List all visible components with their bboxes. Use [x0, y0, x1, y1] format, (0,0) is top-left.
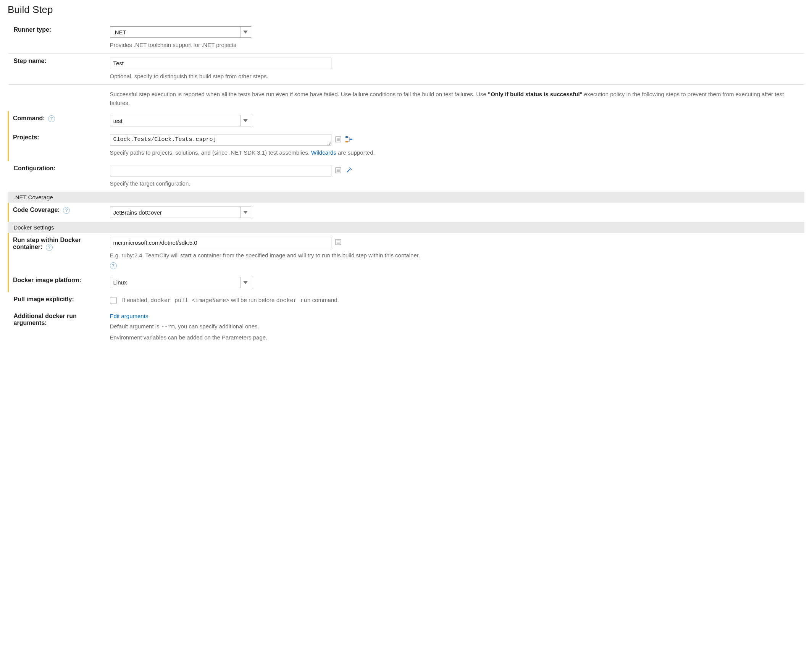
- runner-type-select[interactable]: .NET: [110, 26, 251, 38]
- command-select[interactable]: test: [110, 115, 251, 126]
- code-coverage-label: Code Coverage:: [13, 207, 60, 213]
- edit-arguments-link[interactable]: Edit arguments: [110, 313, 148, 319]
- configuration-help: Specify the target configuration.: [110, 179, 801, 188]
- docker-platform-select[interactable]: Linux: [110, 277, 251, 288]
- runner-type-help: Provides .NET toolchain support for .NET…: [110, 41, 801, 50]
- projects-label: Projects:: [8, 130, 110, 161]
- section-header-docker: Docker Settings: [8, 222, 805, 233]
- projects-help: Specify paths to projects, solutions, an…: [110, 148, 801, 157]
- pull-image-help: If enabled, docker pull <imageName> will…: [122, 297, 339, 303]
- docker-container-label-l1: Run step within Docker: [13, 237, 81, 243]
- command-label: Command:: [13, 115, 45, 121]
- svg-point-14: [350, 168, 351, 168]
- list-icon[interactable]: [334, 135, 342, 143]
- docker-args-label-l2: arguments:: [14, 320, 47, 326]
- runner-type-label: Runner type:: [8, 23, 110, 54]
- svg-point-15: [349, 167, 350, 168]
- docker-container-input[interactable]: [110, 237, 331, 248]
- docker-container-help: E.g. ruby:2.4. TeamCity will start a con…: [110, 251, 801, 269]
- help-icon[interactable]: ?: [48, 115, 55, 122]
- help-icon[interactable]: ?: [110, 262, 117, 269]
- svg-rect-7: [345, 141, 348, 142]
- section-header-coverage: .NET Coverage: [8, 192, 805, 203]
- pull-image-checkbox[interactable]: [110, 297, 117, 304]
- list-icon[interactable]: [334, 166, 342, 174]
- svg-line-13: [347, 169, 350, 172]
- step-name-input[interactable]: [110, 58, 331, 69]
- wildcards-link[interactable]: Wildcards: [311, 149, 336, 156]
- configuration-label: Configuration:: [8, 161, 110, 192]
- step-name-label: Step name:: [8, 54, 110, 85]
- svg-rect-8: [350, 138, 352, 140]
- projects-input[interactable]: [110, 134, 331, 145]
- configuration-input[interactable]: [110, 165, 331, 176]
- list-icon[interactable]: [334, 238, 342, 246]
- pull-image-label: Pull image explicitly:: [8, 292, 110, 309]
- docker-args-help2: Environment variables can be added on th…: [110, 333, 801, 342]
- page-title: Build Step: [8, 4, 804, 16]
- code-coverage-select[interactable]: JetBrains dotCover: [110, 207, 251, 218]
- tree-picker-icon[interactable]: [345, 135, 353, 143]
- wand-icon[interactable]: [345, 166, 353, 174]
- help-icon[interactable]: ?: [46, 244, 53, 251]
- execution-info-note: Successful step execution is reported wh…: [110, 90, 801, 107]
- step-name-help: Optional, specify to distinguish this bu…: [110, 72, 801, 81]
- docker-platform-label: Docker image platform:: [8, 273, 110, 292]
- docker-args-help1: Default argument is --rm, you can specif…: [110, 322, 801, 332]
- svg-rect-6: [345, 136, 348, 138]
- svg-point-16: [351, 169, 351, 170]
- build-step-form: Runner type: .NET Provides .NET toolchai…: [8, 23, 804, 345]
- docker-args-label-l1: Additional docker run: [14, 313, 77, 319]
- docker-container-label-l2: container:: [13, 244, 42, 250]
- help-icon[interactable]: ?: [63, 207, 70, 214]
